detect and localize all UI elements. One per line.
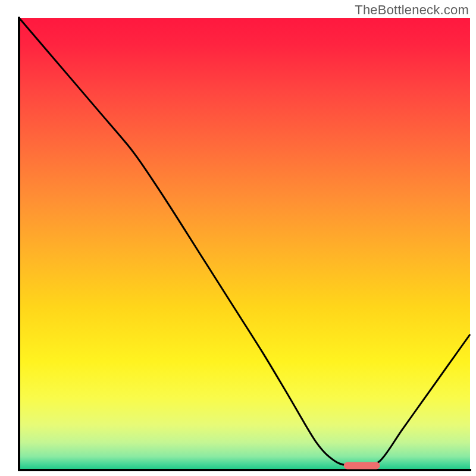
bottleneck-chart (0, 0, 476, 476)
watermark-text: TheBottleneck.com (355, 2, 469, 18)
optimal-marker (344, 462, 380, 469)
chart-container: TheBottleneck.com (0, 0, 476, 476)
plot-background (19, 18, 470, 470)
